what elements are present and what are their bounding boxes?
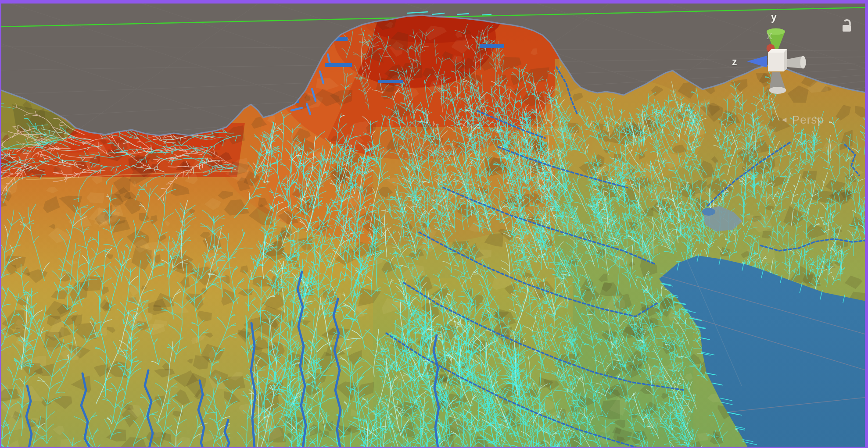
scene-gizmo-lock-icon[interactable]	[840, 18, 853, 32]
scene-gizmo	[726, 12, 814, 100]
z-axis-cone[interactable]	[747, 56, 767, 68]
projection-label: Persp	[792, 113, 824, 127]
neg-x-axis-cone[interactable]	[787, 56, 806, 69]
y-axis-label[interactable]: y	[771, 11, 777, 23]
z-axis-label[interactable]: z	[732, 56, 737, 68]
neg-y-axis-cone[interactable]	[769, 72, 786, 94]
x-axis-label: x	[767, 30, 772, 42]
projection-toggle-button[interactable]: ◄ Persp	[780, 113, 824, 127]
persp-arrow-icon: ◄	[780, 115, 789, 124]
gizmo-center-cube[interactable]	[768, 49, 787, 71]
